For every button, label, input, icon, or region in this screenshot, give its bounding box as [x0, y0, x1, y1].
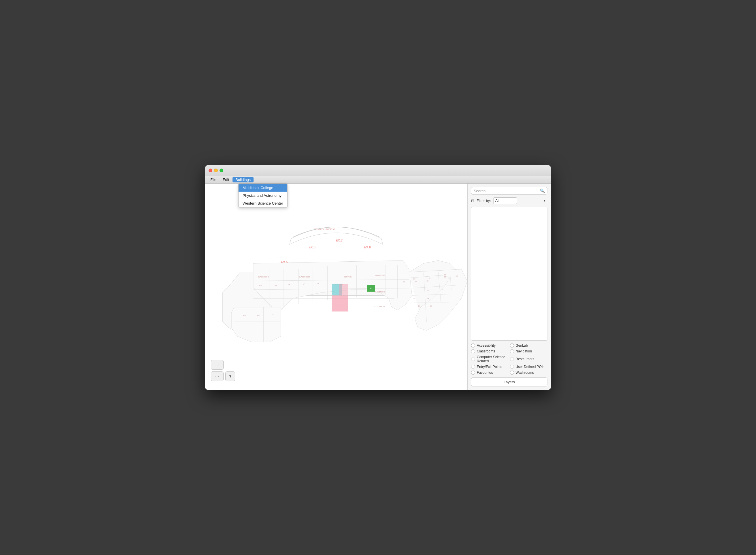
filter-select[interactable]: All Classrooms Labs Offices [493, 198, 517, 204]
filter-select-wrapper: All Classrooms Labs Offices [493, 198, 547, 204]
legend-item-entry-exit: Entry/Exit Points [471, 365, 509, 369]
svg-text:30: 30 [413, 298, 415, 300]
dropdown-item-2[interactable]: Western Science Center [238, 200, 287, 207]
dropdown-item-1[interactable]: Physics and Astronomy [238, 191, 287, 200]
legend-label-accessibility: Accessibility [477, 343, 496, 347]
svg-text:26: 26 [456, 275, 458, 277]
svg-text:17: 17 [303, 283, 305, 285]
svg-text:15A: 15A [259, 285, 263, 286]
svg-text:22: 22 [427, 280, 429, 282]
svg-text:GRAD CLUB: GRAD CLUB [375, 274, 385, 276]
legend-item-classrooms: Classrooms [471, 349, 509, 353]
legend-label-entry-exit: Entry/Exit Points [477, 365, 502, 369]
legend-circle-washrooms [510, 371, 514, 375]
svg-text:15B: 15B [274, 285, 277, 286]
traffic-lights [209, 169, 223, 172]
layers-button[interactable]: Layers [471, 378, 547, 386]
help-button[interactable]: ? [225, 372, 235, 381]
legend-circle-restaurants [510, 357, 514, 361]
legend-label-cs-related: Computer Science Related [477, 355, 509, 363]
map-area[interactable]: GRAD CLUB PATIO EX.6 EX.7 EX.6 EX.5 EX.4 [205, 183, 467, 390]
svg-text:ELECTRICAL: ELECTRICAL [374, 306, 386, 307]
search-icon: 🔍 [540, 188, 545, 193]
more-options-button-2[interactable]: ··· [211, 372, 224, 381]
svg-rect-29 [332, 295, 348, 311]
filter-label: Filter by: [477, 199, 491, 203]
dropdown-item-0[interactable]: Middlesex College [238, 184, 287, 191]
search-input[interactable] [474, 189, 538, 193]
legend-item-genlab: GenLab [510, 343, 548, 347]
legend-circle-genlab [510, 343, 514, 347]
filter-bar: ⊟ Filter by: All Classrooms Labs Offices [471, 198, 547, 204]
close-button[interactable] [209, 169, 212, 172]
legend-circle-user-pois [510, 365, 514, 369]
svg-text:EX.7: EX.7 [336, 239, 343, 242]
legend: Accessibility GenLab Classrooms Navigati… [471, 343, 547, 375]
svg-text:21: 21 [415, 281, 417, 282]
svg-text:16: 16 [288, 284, 290, 286]
search-box[interactable]: 🔍 [471, 187, 547, 195]
svg-text:✉: ✉ [370, 287, 372, 290]
bottom-controls: ··· ··· ? [211, 360, 235, 381]
menu-bar: File Edit Buildings Middlesex College Ph… [205, 176, 551, 183]
svg-text:31: 31 [427, 297, 429, 299]
svg-text:25: 25 [444, 276, 446, 278]
svg-text:16: 16 [272, 314, 274, 315]
svg-text:18: 18 [317, 283, 319, 284]
title-bar [205, 165, 551, 176]
menu-edit[interactable]: Edit [220, 177, 232, 182]
legend-item-favourites: Favourites [471, 371, 509, 375]
bottom-row: ··· ? [211, 372, 235, 381]
buildings-dropdown: Middlesex College Physics and Astronomy … [238, 183, 287, 208]
legend-label-genlab: GenLab [516, 343, 528, 347]
filter-icon: ⊟ [471, 199, 474, 203]
svg-text:33: 33 [431, 305, 433, 307]
legend-label-washrooms: Washrooms [516, 371, 534, 375]
legend-label-restaurants: Restaurants [516, 357, 534, 361]
svg-text:15B: 15B [257, 314, 260, 316]
svg-text:20: 20 [403, 281, 405, 283]
legend-item-navigation: Navigation [510, 349, 548, 353]
svg-text:27: 27 [413, 291, 415, 292]
legend-item-restaurants: Restaurants [510, 355, 548, 363]
legend-item-cs-related: Computer Science Related [471, 355, 509, 363]
svg-text:EX.6: EX.6 [309, 246, 315, 249]
menu-buildings[interactable]: Buildings [232, 177, 254, 182]
legend-circle-favourites [471, 371, 475, 375]
svg-text:ELECTRICAL: ELECTRICAL [374, 291, 386, 293]
content-area: GRAD CLUB PATIO EX.6 EX.7 EX.6 EX.5 EX.4 [205, 183, 551, 390]
svg-text:CLASSROOM: CLASSROOM [258, 276, 269, 278]
svg-rect-30 [339, 284, 348, 295]
legend-label-user-pois: User Defined POIs [516, 365, 544, 369]
legend-item-accessibility: Accessibility [471, 343, 509, 347]
svg-text:34: 34 [444, 274, 446, 275]
legend-circle-navigation [510, 349, 514, 353]
legend-item-user-pois: User Defined POIs [510, 365, 548, 369]
svg-text:32: 32 [418, 305, 420, 307]
svg-text:29: 29 [441, 289, 443, 291]
results-area[interactable] [471, 207, 547, 341]
svg-text:CLASSROOM: CLASSROOM [299, 276, 310, 278]
svg-text:15A: 15A [243, 314, 246, 316]
svg-text:SERVERY: SERVERY [344, 276, 352, 278]
legend-circle-accessibility [471, 343, 475, 347]
legend-label-favourites: Favourites [477, 371, 493, 375]
legend-circle-cs-related [471, 357, 475, 361]
menu-file[interactable]: File [208, 177, 219, 182]
legend-label-navigation: Navigation [516, 349, 532, 353]
legend-label-classrooms: Classrooms [477, 349, 495, 353]
minimize-button[interactable] [214, 169, 218, 172]
legend-circle-entry-exit [471, 365, 475, 369]
svg-text:24: 24 [430, 277, 432, 279]
legend-circle-classrooms [471, 349, 475, 353]
maximize-button[interactable] [220, 169, 223, 172]
svg-text:23: 23 [413, 278, 415, 280]
svg-text:EX.6: EX.6 [364, 246, 371, 249]
legend-item-washrooms: Washrooms [510, 371, 548, 375]
sidebar: 🔍 ⊟ Filter by: All Classrooms Labs Offic… [467, 183, 551, 390]
main-window: File Edit Buildings Middlesex College Ph… [205, 165, 551, 390]
more-options-button[interactable]: ··· [211, 360, 224, 370]
svg-text:28: 28 [427, 290, 429, 291]
